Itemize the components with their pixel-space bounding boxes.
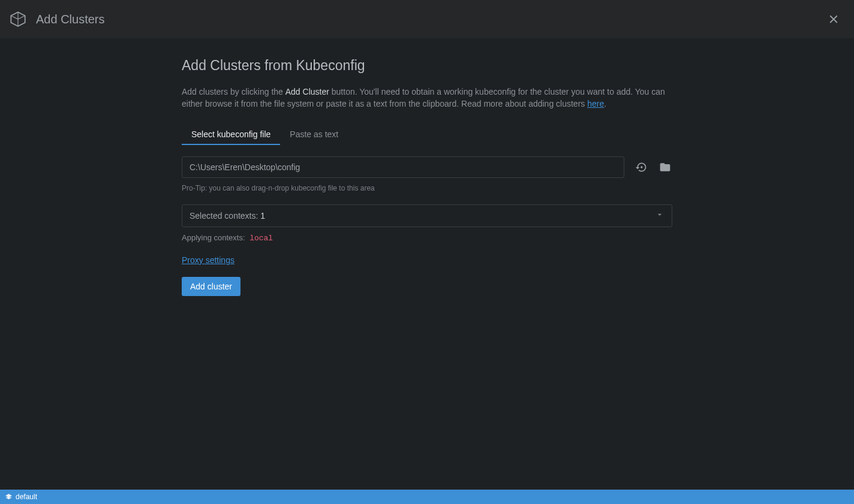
here-link[interactable]: here bbox=[587, 99, 604, 108]
contexts-count: 1 bbox=[260, 211, 265, 221]
desc-pre: Add clusters by clicking the bbox=[182, 87, 285, 96]
tab-paste-as-text[interactable]: Paste as text bbox=[280, 125, 348, 145]
reset-button[interactable] bbox=[634, 160, 648, 174]
close-icon bbox=[827, 13, 840, 26]
folder-icon bbox=[659, 161, 671, 173]
desc-post: . bbox=[604, 99, 606, 108]
chevron-down-icon bbox=[655, 210, 664, 222]
tab-select-kubeconfig[interactable]: Select kubeconfig file bbox=[182, 125, 280, 145]
drag-drop-hint: Pro-Tip: you can also drag-n-drop kubeco… bbox=[182, 184, 672, 192]
contexts-label: Selected contexts: 1 bbox=[190, 211, 265, 221]
browse-button[interactable] bbox=[658, 160, 672, 174]
applying-context-chip: local bbox=[249, 234, 273, 243]
svg-point-0 bbox=[640, 166, 642, 168]
header-title: Add Clusters bbox=[36, 13, 105, 26]
selected-contexts-dropdown[interactable]: Selected contexts: 1 bbox=[182, 204, 672, 227]
header-bar: Add Clusters bbox=[0, 0, 854, 38]
kubeconfig-path-row bbox=[182, 156, 672, 178]
desc-bold: Add Cluster bbox=[285, 87, 329, 96]
proxy-settings-link[interactable]: Proxy settings bbox=[182, 255, 234, 265]
add-cluster-button[interactable]: Add cluster bbox=[182, 277, 240, 296]
applying-contexts-row: Applying contexts: local bbox=[182, 233, 672, 243]
status-text: default bbox=[16, 493, 37, 501]
restore-icon bbox=[635, 161, 647, 173]
applying-label: Applying contexts: bbox=[182, 233, 245, 242]
kubeconfig-path-input[interactable] bbox=[182, 156, 624, 178]
layers-icon bbox=[5, 493, 13, 501]
tabs-row: Select kubeconfig file Paste as text bbox=[182, 125, 672, 146]
description-text: Add clusters by clicking the Add Cluster… bbox=[182, 86, 672, 110]
close-button[interactable] bbox=[825, 11, 842, 28]
status-bar: default bbox=[0, 490, 854, 504]
contexts-label-text: Selected contexts: bbox=[190, 211, 260, 221]
lens-logo-icon bbox=[10, 11, 26, 28]
main-content: Add Clusters from Kubeconfig Add cluster… bbox=[0, 38, 854, 296]
page-title: Add Clusters from Kubeconfig bbox=[182, 58, 672, 74]
